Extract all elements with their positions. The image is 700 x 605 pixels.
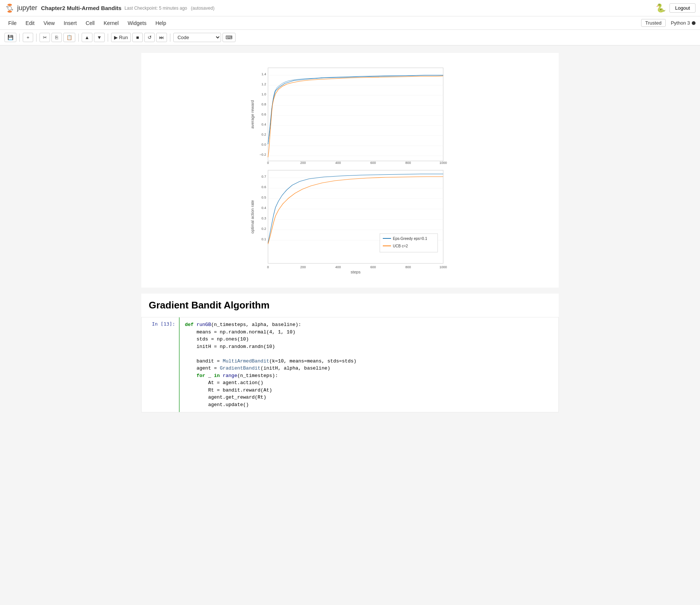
svg-text:400: 400 [335, 265, 341, 269]
move-up-button[interactable]: ▲ [82, 33, 92, 42]
notebook-container: average reward 1.4 1.2 1.0 0.8 0.6 0.4 0… [134, 53, 566, 412]
menu-cell[interactable]: Cell [82, 19, 98, 28]
add-cell-button[interactable]: + [23, 33, 33, 42]
menu-file[interactable]: File [4, 19, 21, 28]
menu-edit[interactable]: Edit [22, 19, 38, 28]
interrupt-button[interactable]: ■ [132, 33, 143, 42]
charts-area: average reward 1.4 1.2 1.0 0.8 0.6 0.4 0… [149, 60, 551, 280]
svg-text:0.2: 0.2 [261, 227, 266, 231]
copy-button[interactable]: ⎘ [51, 33, 62, 42]
menu-insert[interactable]: Insert [60, 19, 81, 28]
markdown-cell-heading: Gradient Bandit Algorithm [141, 294, 559, 317]
svg-text:steps: steps [351, 270, 361, 274]
svg-text:0.5: 0.5 [261, 196, 266, 199]
svg-text:0.0: 0.0 [261, 143, 266, 146]
restart-run-button[interactable]: ⏭ [156, 33, 167, 42]
toolbar: 💾 + ✂ ⎘ 📋 ▲ ▼ ▶ Run ■ ↺ ⏭ Code Markdown … [0, 30, 700, 45]
save-button[interactable]: 💾 [4, 33, 16, 42]
svg-text:1.0: 1.0 [261, 92, 266, 96]
svg-text:0.4: 0.4 [261, 123, 266, 126]
checkpoint-info: Last Checkpoint: 5 minutes ago (autosave… [124, 6, 656, 11]
toolbar-separator-3 [78, 34, 79, 42]
jupyter-logo: jupyter [4, 3, 37, 13]
svg-text:Eps-Greedy eps=0.1: Eps-Greedy eps=0.1 [393, 237, 427, 241]
svg-text:0.8: 0.8 [261, 102, 266, 106]
svg-text:200: 200 [300, 161, 306, 165]
menu-bar: File Edit View Insert Cell Kernel Widget… [0, 16, 700, 30]
svg-point-2 [8, 6, 12, 10]
menu-view[interactable]: View [40, 19, 59, 28]
python-icon: 🐍 [656, 3, 666, 13]
svg-text:0.6: 0.6 [261, 185, 266, 189]
svg-text:UCB c=2: UCB c=2 [393, 244, 408, 248]
svg-text:800: 800 [405, 161, 411, 165]
svg-point-1 [7, 10, 12, 13]
toolbar-separator-5 [170, 34, 170, 42]
menu-kernel[interactable]: Kernel [100, 19, 122, 28]
top-bar: jupyter Chapter2 Multi-Armed Bandits Las… [0, 0, 700, 16]
svg-text:1.4: 1.4 [261, 72, 266, 76]
svg-text:0.2: 0.2 [261, 133, 266, 136]
output-cell-charts: average reward 1.4 1.2 1.0 0.8 0.6 0.4 0… [141, 53, 559, 288]
svg-text:600: 600 [370, 265, 376, 269]
svg-text:optimal action rate: optimal action rate [250, 200, 255, 234]
svg-text:−0.2: −0.2 [259, 153, 266, 156]
toolbar-separator-1 [19, 34, 20, 42]
svg-text:0: 0 [267, 265, 269, 269]
notebook-title[interactable]: Chapter2 Multi-Armed Bandits [41, 5, 122, 11]
cell-body[interactable]: def runGB(n_timesteps, alpha, baseline):… [179, 317, 558, 412]
svg-text:0.1: 0.1 [261, 237, 266, 241]
charts-svg: average reward 1.4 1.2 1.0 0.8 0.6 0.4 0… [249, 64, 451, 276]
jupyter-logo-icon [4, 3, 15, 13]
kernel-info: Python 3 [671, 20, 696, 26]
cell-prompt: In [13]: [142, 317, 179, 330]
menu-widgets[interactable]: Widgets [124, 19, 150, 28]
svg-text:0.7: 0.7 [261, 175, 266, 178]
paste-button[interactable]: 📋 [63, 33, 75, 42]
svg-text:1000: 1000 [439, 161, 447, 165]
cell-type-select[interactable]: Code Markdown Raw NBConvert Heading [173, 33, 221, 42]
svg-text:average reward: average reward [250, 100, 255, 129]
svg-point-3 [6, 6, 8, 7]
keyboard-shortcut-button[interactable]: ⌨ [223, 33, 236, 42]
svg-text:0.6: 0.6 [261, 113, 266, 116]
svg-rect-5 [268, 68, 443, 161]
code-content[interactable]: def runGB(n_timesteps, alpha, baseline):… [185, 321, 553, 408]
jupyter-wordmark: jupyter [17, 4, 37, 12]
svg-text:1.2: 1.2 [261, 82, 266, 86]
cut-button[interactable]: ✂ [40, 33, 50, 42]
svg-text:0.4: 0.4 [261, 206, 266, 210]
svg-text:400: 400 [335, 161, 341, 165]
restart-button[interactable]: ↺ [144, 33, 155, 42]
svg-text:800: 800 [405, 265, 411, 269]
svg-text:200: 200 [300, 265, 306, 269]
toolbar-separator-2 [36, 34, 37, 42]
svg-point-0 [7, 4, 12, 6]
kernel-status-dot [692, 21, 696, 25]
main-content: average reward 1.4 1.2 1.0 0.8 0.6 0.4 0… [0, 45, 700, 605]
svg-text:600: 600 [370, 161, 376, 165]
run-button[interactable]: ▶ Run [111, 33, 131, 42]
section-heading: Gradient Bandit Algorithm [149, 300, 551, 311]
trusted-badge[interactable]: Trusted [641, 19, 666, 27]
svg-point-4 [12, 9, 13, 10]
code-cell-rungb: In [13]: def runGB(n_timesteps, alpha, b… [141, 317, 559, 412]
svg-text:0: 0 [267, 161, 269, 165]
move-down-button[interactable]: ▼ [94, 33, 105, 42]
menu-help[interactable]: Help [152, 19, 170, 28]
svg-text:1000: 1000 [439, 265, 447, 269]
toolbar-separator-4 [108, 34, 108, 42]
logout-button[interactable]: Logout [669, 3, 696, 13]
svg-text:0.3: 0.3 [261, 216, 266, 220]
